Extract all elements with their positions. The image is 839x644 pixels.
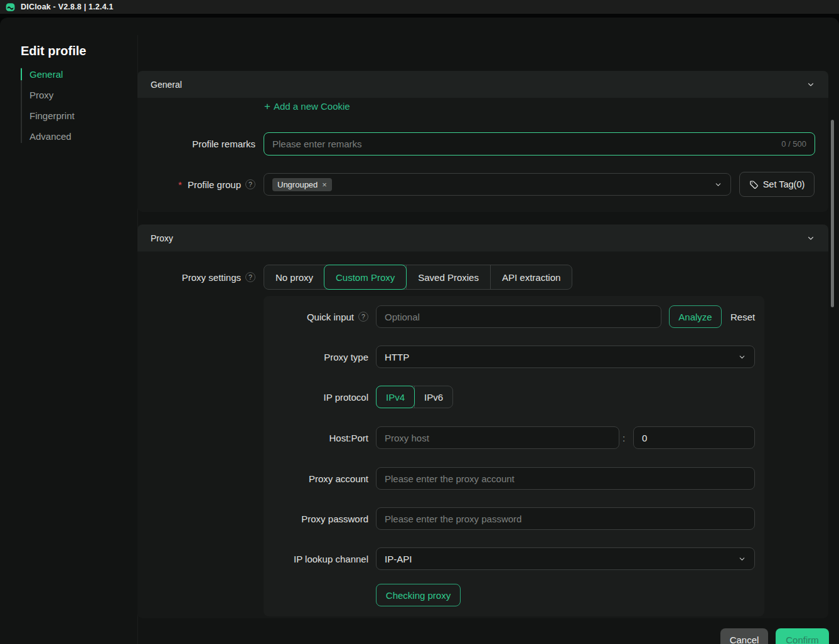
chevron-down-icon[interactable]: [806, 234, 815, 243]
add-cookie-label: Add a new Cookie: [274, 101, 350, 112]
question-icon[interactable]: ?: [245, 179, 255, 189]
cancel-button[interactable]: Cancel: [720, 628, 768, 644]
add-cookie-button[interactable]: + Add a new Cookie: [264, 101, 350, 112]
chevron-down-icon: [738, 353, 746, 361]
proxy-type-select[interactable]: HTTP: [376, 346, 755, 368]
quick-input-label: Quick input ?: [264, 305, 368, 328]
question-icon[interactable]: ?: [358, 312, 368, 322]
set-tag-label: Set Tag(0): [763, 179, 805, 189]
ip-lookup-value: IP-API: [385, 554, 412, 564]
tab-ipv6[interactable]: IPv6: [414, 386, 452, 408]
proxy-password-label: Proxy password: [264, 507, 368, 530]
ip-lookup-select[interactable]: IP-API: [376, 547, 755, 570]
tag-icon: [749, 180, 759, 189]
profile-remarks-label: Profile remarks: [137, 132, 255, 155]
host-port-label: Host:Port: [264, 426, 368, 449]
app-title: DICloak - V2.8.8 | 1.2.4.1: [21, 3, 114, 11]
general-section: General + Add a new Cookie Profile remar…: [137, 71, 828, 212]
sidebar-item-general[interactable]: General: [21, 64, 127, 85]
app-logo-icon: [6, 3, 15, 12]
proxy-type-value: HTTP: [385, 352, 409, 362]
profile-group-select[interactable]: Ungrouped ×: [264, 173, 731, 196]
tab-no-proxy[interactable]: No proxy: [264, 265, 324, 289]
required-asterisk: *: [178, 179, 182, 190]
proxy-account-input[interactable]: [376, 467, 755, 490]
analyze-button[interactable]: Analyze: [669, 305, 722, 328]
profile-group-label: * Profile group ?: [137, 173, 255, 196]
proxy-password-input[interactable]: [376, 507, 755, 530]
proxy-section-title: Proxy: [151, 233, 173, 243]
custom-proxy-panel: Quick input ? Analyze Reset: [264, 296, 764, 616]
ip-protocol-tabs: IPv4 IPv6: [376, 386, 453, 408]
tab-api-extraction[interactable]: API extraction: [490, 265, 572, 289]
host-port-separator: :: [623, 426, 625, 449]
tab-ipv4[interactable]: IPv4: [376, 386, 415, 408]
scrollbar-thumb[interactable]: [831, 120, 834, 307]
tab-saved-proxies[interactable]: Saved Proxies: [406, 265, 490, 289]
page-title: Edit profile: [21, 44, 86, 58]
reset-button[interactable]: Reset: [730, 305, 755, 328]
proxy-section-body: Proxy settings ? No proxy Custom Proxy S…: [137, 251, 828, 618]
app-window: DICloak - V2.8.8 | 1.2.4.1 Edit profile …: [0, 0, 839, 644]
chevron-down-icon: [738, 555, 746, 563]
proxy-section-header[interactable]: Proxy: [137, 224, 828, 251]
set-tag-button[interactable]: Set Tag(0): [739, 172, 815, 197]
chevron-down-icon: [714, 181, 722, 189]
edit-profile-dialog: Edit profile General Proxy Fingerprint A…: [0, 18, 839, 644]
proxy-port-input[interactable]: [633, 426, 755, 449]
chevron-down-icon[interactable]: [806, 80, 815, 89]
titlebar: DICloak - V2.8.8 | 1.2.4.1: [0, 0, 839, 14]
proxy-settings-label: Proxy settings ?: [137, 265, 255, 290]
proxy-type-label: Proxy type: [264, 346, 368, 368]
profile-group-chip: Ungrouped ×: [272, 178, 332, 191]
chip-close-icon[interactable]: ×: [322, 180, 327, 189]
profile-remarks-field[interactable]: 0 / 500: [264, 132, 815, 156]
sidebar-nav: General Proxy Fingerprint Advanced: [21, 64, 127, 147]
proxy-settings-tabs: No proxy Custom Proxy Saved Proxies API …: [264, 265, 572, 290]
plus-icon: +: [264, 101, 270, 112]
proxy-account-label: Proxy account: [264, 467, 368, 490]
profile-remarks-input[interactable]: [272, 139, 775, 149]
ip-lookup-label: IP lookup channel: [264, 547, 368, 570]
sidebar-item-fingerprint[interactable]: Fingerprint: [21, 105, 127, 126]
sidebar-item-advanced[interactable]: Advanced: [21, 126, 127, 147]
question-icon[interactable]: ?: [245, 272, 255, 282]
proxy-section: Proxy Proxy settings ? No proxy Custom P…: [137, 224, 828, 618]
confirm-button[interactable]: Confirm: [776, 628, 829, 644]
general-section-body: + Add a new Cookie Profile remarks 0 / 5…: [137, 98, 828, 212]
tab-custom-proxy[interactable]: Custom Proxy: [324, 265, 407, 290]
general-section-header[interactable]: General: [137, 71, 828, 98]
sidebar-item-proxy[interactable]: Proxy: [21, 85, 127, 105]
general-section-title: General: [151, 80, 182, 90]
checking-proxy-button[interactable]: Checking proxy: [376, 584, 461, 606]
proxy-host-input[interactable]: [376, 426, 619, 449]
ip-protocol-label: IP protocol: [264, 386, 368, 408]
quick-input-field[interactable]: [376, 305, 661, 328]
remarks-char-counter: 0 / 500: [781, 139, 806, 149]
